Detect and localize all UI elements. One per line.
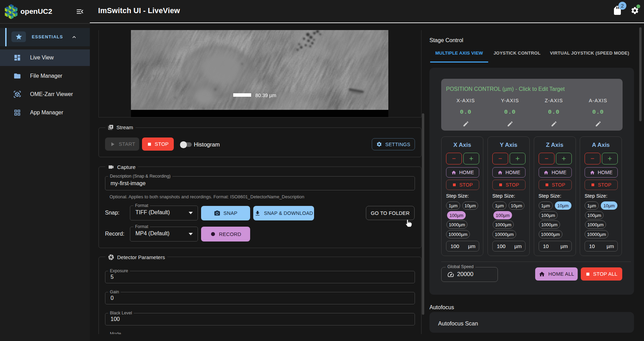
svg-text:80.39 µm: 80.39 µm: [255, 93, 276, 98]
